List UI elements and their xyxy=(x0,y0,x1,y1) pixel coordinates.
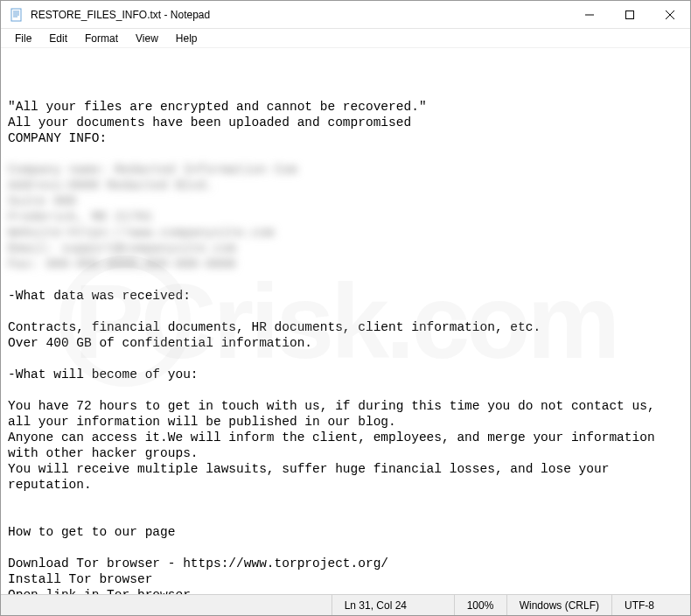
status-position: Ln 31, Col 24 xyxy=(332,595,454,615)
window-controls xyxy=(569,1,690,29)
status-lineending: Windows (CRLF) xyxy=(506,595,611,615)
text-line: -What will become of you: xyxy=(8,368,199,382)
menu-view[interactable]: View xyxy=(127,31,167,46)
text-line: All your documents have been uploaded an… xyxy=(8,116,411,130)
text-line: "All your files are encrypted and cannot… xyxy=(8,100,427,114)
close-button[interactable] xyxy=(650,1,690,29)
text-line: You will receive multiple lawsuits, suff… xyxy=(8,462,617,492)
menu-edit[interactable]: Edit xyxy=(40,31,76,46)
menu-format[interactable]: Format xyxy=(76,31,127,46)
redacted-company-info: Company name: Redacted Information Com A… xyxy=(8,163,297,271)
menu-help[interactable]: Help xyxy=(167,31,206,46)
text-line: COMPANY INFO: xyxy=(8,131,107,145)
text-line: Install Tor browser xyxy=(8,572,152,586)
text-line: You have 72 hours to get in touch with u… xyxy=(8,399,662,429)
svg-rect-6 xyxy=(626,10,634,18)
text-line: Open link in Tor browser - xyxy=(8,588,213,594)
statusbar: Ln 31, Col 24 100% Windows (CRLF) UTF-8 xyxy=(1,594,690,615)
text-area[interactable]: PCrisk.com "All your files are encrypted… xyxy=(1,48,690,594)
text-line: Contracts, financial documents, HR docum… xyxy=(8,320,541,334)
titlebar[interactable]: RESTORE_FILES_INFO.txt - Notepad xyxy=(1,1,690,29)
menu-file[interactable]: File xyxy=(6,31,40,46)
menubar: File Edit Format View Help xyxy=(1,29,690,48)
notepad-window: RESTORE_FILES_INFO.txt - Notepad File Ed… xyxy=(0,0,691,616)
text-line: Download Tor browser - https://www.torpr… xyxy=(8,556,388,570)
status-encoding: UTF-8 xyxy=(611,595,690,615)
maximize-button[interactable] xyxy=(610,1,650,29)
text-line: Over 400 GB of confidential information. xyxy=(8,336,312,350)
window-title: RESTORE_FILES_INFO.txt - Notepad xyxy=(31,9,210,21)
status-zoom[interactable]: 100% xyxy=(454,595,506,615)
text-line: How to get to our page xyxy=(8,525,175,539)
minimize-button[interactable] xyxy=(569,1,610,29)
text-line: Anyone can access it.We will inform the … xyxy=(8,430,662,460)
text-line: -What data was received: xyxy=(8,289,191,303)
notepad-icon xyxy=(10,8,24,22)
